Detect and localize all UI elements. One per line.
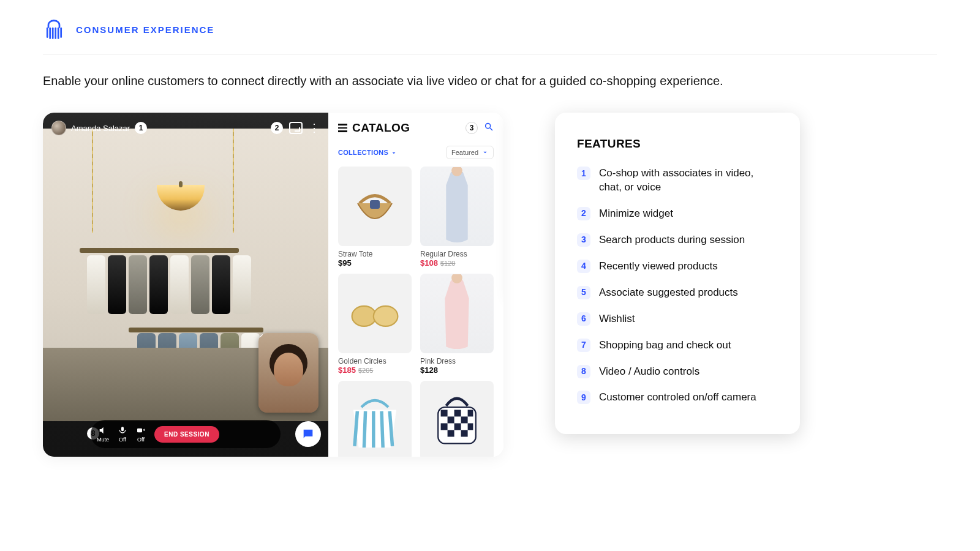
product-name: Regular Dress: [420, 250, 494, 258]
associate-name: Amanda Salazar: [71, 124, 130, 133]
svg-rect-27: [441, 423, 448, 430]
video-pane: Amanda Salazar 1 2 ⋮ 9 8 Mu: [43, 113, 328, 457]
product-card[interactable]: Straw Tote $95: [338, 167, 412, 268]
product-image: [420, 167, 494, 246]
svg-line-17: [364, 411, 365, 448]
product-card[interactable]: Regular Dress $108$120: [420, 167, 494, 268]
svg-rect-25: [448, 416, 454, 423]
callout-1: 1: [135, 122, 147, 134]
mic-label: Off: [119, 437, 126, 443]
lamp-icon: [157, 185, 205, 211]
search-icon[interactable]: [484, 122, 494, 134]
product-price: $185$205: [338, 365, 412, 375]
feature-item: 4Recently viewed products: [577, 260, 778, 274]
more-icon[interactable]: ⋮: [309, 122, 320, 133]
features-card: FEATURES 1Co-shop with associates in vid…: [555, 113, 800, 434]
product-name: Pink Dress: [420, 357, 494, 365]
product-image: [338, 274, 412, 353]
product-card[interactable]: [338, 381, 412, 457]
video-controls: Mute Off Off END SESSION: [91, 420, 281, 448]
product-image: [420, 381, 494, 457]
callout-3: 3: [466, 122, 478, 134]
product-image: [420, 274, 494, 353]
feature-item: 8Video / Audio controls: [577, 365, 778, 379]
feature-item: 2Minimize widget: [577, 207, 778, 221]
svg-point-7: [486, 124, 491, 129]
feature-text: Video / Audio controls: [599, 365, 699, 379]
feature-item: 6Wishlist: [577, 312, 778, 326]
svg-rect-31: [461, 430, 468, 437]
menu-icon[interactable]: [338, 124, 347, 132]
sort-label: Featured: [451, 149, 478, 156]
product-card[interactable]: Golden Circles $185$205: [338, 274, 412, 375]
feature-item: 1Co-shop with associates in video, chat,…: [577, 167, 778, 195]
product-name: Golden Circles: [338, 357, 412, 365]
feature-text: Search products during session: [599, 233, 745, 247]
callout-2: 2: [271, 122, 283, 134]
feature-text: Minimize widget: [599, 207, 673, 221]
svg-rect-23: [454, 410, 461, 416]
feature-item: 9Customer controled on/off camera: [577, 391, 778, 405]
feature-item: 5Associate suggested products: [577, 286, 778, 300]
associate-avatar: [51, 121, 66, 135]
svg-rect-6: [137, 429, 142, 433]
chat-button[interactable]: [295, 421, 321, 447]
product-image: [338, 167, 412, 246]
feature-text: Associate suggested products: [599, 286, 738, 300]
svg-rect-28: [454, 423, 461, 430]
catalog-title: CATALOG: [352, 121, 410, 135]
brand-logo-icon: [43, 18, 65, 40]
mic-button[interactable]: Off: [118, 425, 127, 443]
svg-rect-22: [441, 410, 448, 416]
mute-button[interactable]: Mute: [97, 425, 109, 443]
product-grid: Straw Tote $95 Regular Dress: [338, 167, 494, 457]
minimize-icon[interactable]: [289, 122, 303, 134]
product-price: $95: [338, 258, 412, 268]
mute-label: Mute: [97, 437, 109, 443]
product-image: [338, 381, 412, 457]
feature-text: Recently viewed products: [599, 260, 718, 274]
svg-rect-26: [461, 416, 468, 423]
product-card[interactable]: [420, 381, 494, 457]
self-camera[interactable]: 9: [258, 333, 318, 413]
product-card[interactable]: Pink Dress $128: [420, 274, 494, 375]
product-name: Straw Tote: [338, 250, 412, 258]
collections-label: COLLECTIONS: [338, 149, 388, 156]
feature-text: Co-shop with associates in video, chat, …: [599, 167, 778, 195]
svg-line-19: [382, 411, 383, 448]
feature-item: 7Shopping bag and check out: [577, 339, 778, 353]
features-title: FEATURES: [577, 137, 778, 151]
svg-rect-29: [468, 423, 473, 430]
lead-text: Enable your online customers to connect …: [43, 74, 937, 88]
product-price: $108$120: [420, 258, 494, 268]
feature-text: Customer controled on/off camera: [599, 391, 756, 405]
svg-rect-30: [448, 430, 454, 437]
page-title: CONSUMER EXPERIENCE: [76, 24, 214, 35]
app-mock: Amanda Salazar 1 2 ⋮ 9 8 Mu: [43, 113, 503, 457]
feature-text: Shopping bag and check out: [599, 339, 731, 353]
end-session-button[interactable]: END SESSION: [154, 426, 219, 443]
feature-item: 3Search products during session: [577, 233, 778, 247]
catalog-pane: CATALOG 3 COLLECTIONS Featured: [328, 113, 503, 457]
camera-button[interactable]: Off: [136, 425, 146, 443]
svg-rect-24: [468, 410, 473, 416]
features-list: 1Co-shop with associates in video, chat,…: [577, 167, 778, 405]
collections-dropdown[interactable]: COLLECTIONS: [338, 149, 397, 156]
product-price: $128: [420, 365, 494, 375]
page-header: CONSUMER EXPERIENCE: [43, 18, 937, 54]
sort-dropdown[interactable]: Featured: [446, 146, 494, 159]
camera-label: Off: [137, 437, 145, 443]
svg-line-8: [490, 128, 492, 130]
svg-rect-9: [370, 200, 380, 209]
feature-text: Wishlist: [599, 312, 635, 326]
